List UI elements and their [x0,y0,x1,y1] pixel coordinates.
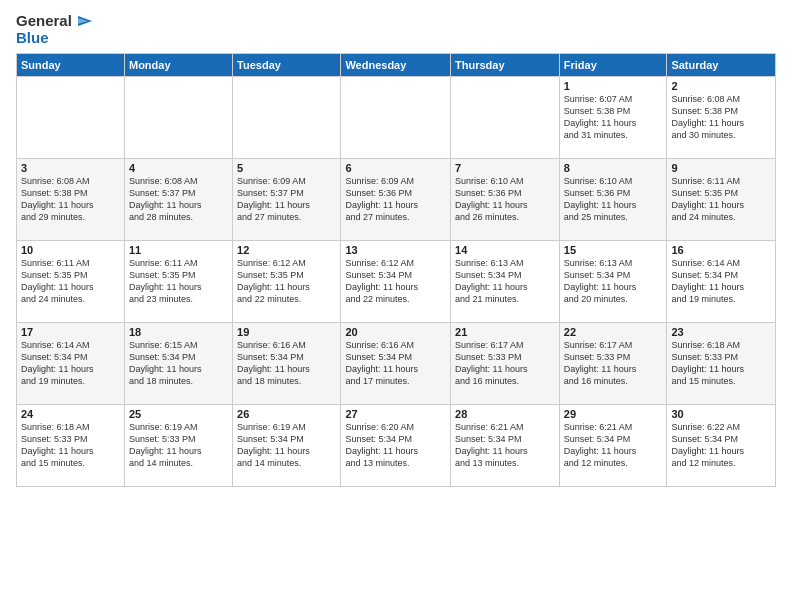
header: General Blue [16,12,776,47]
day-info: Sunrise: 6:08 AM Sunset: 5:37 PM Dayligh… [129,175,228,224]
day-number: 18 [129,326,228,338]
day-info: Sunrise: 6:12 AM Sunset: 5:35 PM Dayligh… [237,257,336,306]
calendar-cell: 27Sunrise: 6:20 AM Sunset: 5:34 PM Dayli… [341,404,451,486]
day-number: 3 [21,162,120,174]
page-container: General Blue SundayMondayTuesdayWednesda… [0,0,792,495]
calendar-cell: 28Sunrise: 6:21 AM Sunset: 5:34 PM Dayli… [451,404,560,486]
day-info: Sunrise: 6:07 AM Sunset: 5:38 PM Dayligh… [564,93,663,142]
day-info: Sunrise: 6:12 AM Sunset: 5:34 PM Dayligh… [345,257,446,306]
day-info: Sunrise: 6:19 AM Sunset: 5:34 PM Dayligh… [237,421,336,470]
calendar-cell: 16Sunrise: 6:14 AM Sunset: 5:34 PM Dayli… [667,240,776,322]
day-number: 23 [671,326,771,338]
day-number: 12 [237,244,336,256]
calendar-week-5: 24Sunrise: 6:18 AM Sunset: 5:33 PM Dayli… [17,404,776,486]
day-number: 21 [455,326,555,338]
day-number: 5 [237,162,336,174]
day-number: 30 [671,408,771,420]
calendar-cell: 19Sunrise: 6:16 AM Sunset: 5:34 PM Dayli… [233,322,341,404]
day-info: Sunrise: 6:18 AM Sunset: 5:33 PM Dayligh… [671,339,771,388]
day-info: Sunrise: 6:16 AM Sunset: 5:34 PM Dayligh… [345,339,446,388]
day-number: 24 [21,408,120,420]
calendar-cell: 15Sunrise: 6:13 AM Sunset: 5:34 PM Dayli… [559,240,667,322]
calendar-cell: 7Sunrise: 6:10 AM Sunset: 5:36 PM Daylig… [451,158,560,240]
day-info: Sunrise: 6:08 AM Sunset: 5:38 PM Dayligh… [671,93,771,142]
day-info: Sunrise: 6:22 AM Sunset: 5:34 PM Dayligh… [671,421,771,470]
calendar-cell [451,76,560,158]
day-header-monday: Monday [124,53,232,76]
calendar-cell: 6Sunrise: 6:09 AM Sunset: 5:36 PM Daylig… [341,158,451,240]
day-number: 6 [345,162,446,174]
day-number: 13 [345,244,446,256]
day-number: 22 [564,326,663,338]
day-number: 19 [237,326,336,338]
day-info: Sunrise: 6:09 AM Sunset: 5:36 PM Dayligh… [345,175,446,224]
day-info: Sunrise: 6:11 AM Sunset: 5:35 PM Dayligh… [671,175,771,224]
day-number: 14 [455,244,555,256]
calendar-cell: 20Sunrise: 6:16 AM Sunset: 5:34 PM Dayli… [341,322,451,404]
logo-general: General [16,13,72,30]
calendar-cell: 26Sunrise: 6:19 AM Sunset: 5:34 PM Dayli… [233,404,341,486]
day-info: Sunrise: 6:13 AM Sunset: 5:34 PM Dayligh… [455,257,555,306]
logo-bird-icon [74,12,94,30]
day-number: 4 [129,162,228,174]
day-number: 27 [345,408,446,420]
day-info: Sunrise: 6:11 AM Sunset: 5:35 PM Dayligh… [21,257,120,306]
calendar-cell: 29Sunrise: 6:21 AM Sunset: 5:34 PM Dayli… [559,404,667,486]
calendar-week-1: 1Sunrise: 6:07 AM Sunset: 5:38 PM Daylig… [17,76,776,158]
day-info: Sunrise: 6:10 AM Sunset: 5:36 PM Dayligh… [564,175,663,224]
calendar-cell: 2Sunrise: 6:08 AM Sunset: 5:38 PM Daylig… [667,76,776,158]
calendar-cell: 3Sunrise: 6:08 AM Sunset: 5:38 PM Daylig… [17,158,125,240]
calendar-cell: 1Sunrise: 6:07 AM Sunset: 5:38 PM Daylig… [559,76,667,158]
day-number: 26 [237,408,336,420]
calendar-cell [233,76,341,158]
day-info: Sunrise: 6:21 AM Sunset: 5:34 PM Dayligh… [564,421,663,470]
day-number: 29 [564,408,663,420]
calendar-cell: 30Sunrise: 6:22 AM Sunset: 5:34 PM Dayli… [667,404,776,486]
calendar-cell: 14Sunrise: 6:13 AM Sunset: 5:34 PM Dayli… [451,240,560,322]
calendar-cell: 13Sunrise: 6:12 AM Sunset: 5:34 PM Dayli… [341,240,451,322]
day-number: 16 [671,244,771,256]
day-info: Sunrise: 6:17 AM Sunset: 5:33 PM Dayligh… [564,339,663,388]
day-info: Sunrise: 6:09 AM Sunset: 5:37 PM Dayligh… [237,175,336,224]
day-number: 7 [455,162,555,174]
calendar-cell [17,76,125,158]
day-header-tuesday: Tuesday [233,53,341,76]
day-info: Sunrise: 6:18 AM Sunset: 5:33 PM Dayligh… [21,421,120,470]
calendar-cell: 8Sunrise: 6:10 AM Sunset: 5:36 PM Daylig… [559,158,667,240]
day-header-saturday: Saturday [667,53,776,76]
calendar-cell: 18Sunrise: 6:15 AM Sunset: 5:34 PM Dayli… [124,322,232,404]
logo-blue: Blue [16,30,49,47]
calendar-cell [341,76,451,158]
calendar-cell: 24Sunrise: 6:18 AM Sunset: 5:33 PM Dayli… [17,404,125,486]
day-header-thursday: Thursday [451,53,560,76]
calendar-cell: 10Sunrise: 6:11 AM Sunset: 5:35 PM Dayli… [17,240,125,322]
calendar-cell: 5Sunrise: 6:09 AM Sunset: 5:37 PM Daylig… [233,158,341,240]
day-info: Sunrise: 6:13 AM Sunset: 5:34 PM Dayligh… [564,257,663,306]
day-info: Sunrise: 6:10 AM Sunset: 5:36 PM Dayligh… [455,175,555,224]
day-number: 2 [671,80,771,92]
day-number: 20 [345,326,446,338]
day-header-wednesday: Wednesday [341,53,451,76]
calendar-header-row: SundayMondayTuesdayWednesdayThursdayFrid… [17,53,776,76]
calendar-week-4: 17Sunrise: 6:14 AM Sunset: 5:34 PM Dayli… [17,322,776,404]
calendar-cell: 12Sunrise: 6:12 AM Sunset: 5:35 PM Dayli… [233,240,341,322]
day-number: 17 [21,326,120,338]
calendar-cell: 17Sunrise: 6:14 AM Sunset: 5:34 PM Dayli… [17,322,125,404]
calendar-cell: 11Sunrise: 6:11 AM Sunset: 5:35 PM Dayli… [124,240,232,322]
day-header-friday: Friday [559,53,667,76]
calendar-cell: 22Sunrise: 6:17 AM Sunset: 5:33 PM Dayli… [559,322,667,404]
day-info: Sunrise: 6:11 AM Sunset: 5:35 PM Dayligh… [129,257,228,306]
calendar-cell: 23Sunrise: 6:18 AM Sunset: 5:33 PM Dayli… [667,322,776,404]
calendar-cell: 25Sunrise: 6:19 AM Sunset: 5:33 PM Dayli… [124,404,232,486]
day-info: Sunrise: 6:19 AM Sunset: 5:33 PM Dayligh… [129,421,228,470]
calendar-week-3: 10Sunrise: 6:11 AM Sunset: 5:35 PM Dayli… [17,240,776,322]
day-number: 10 [21,244,120,256]
calendar-table: SundayMondayTuesdayWednesdayThursdayFrid… [16,53,776,487]
day-info: Sunrise: 6:14 AM Sunset: 5:34 PM Dayligh… [21,339,120,388]
day-info: Sunrise: 6:20 AM Sunset: 5:34 PM Dayligh… [345,421,446,470]
day-info: Sunrise: 6:14 AM Sunset: 5:34 PM Dayligh… [671,257,771,306]
day-info: Sunrise: 6:17 AM Sunset: 5:33 PM Dayligh… [455,339,555,388]
day-number: 9 [671,162,771,174]
calendar-cell: 21Sunrise: 6:17 AM Sunset: 5:33 PM Dayli… [451,322,560,404]
day-number: 11 [129,244,228,256]
